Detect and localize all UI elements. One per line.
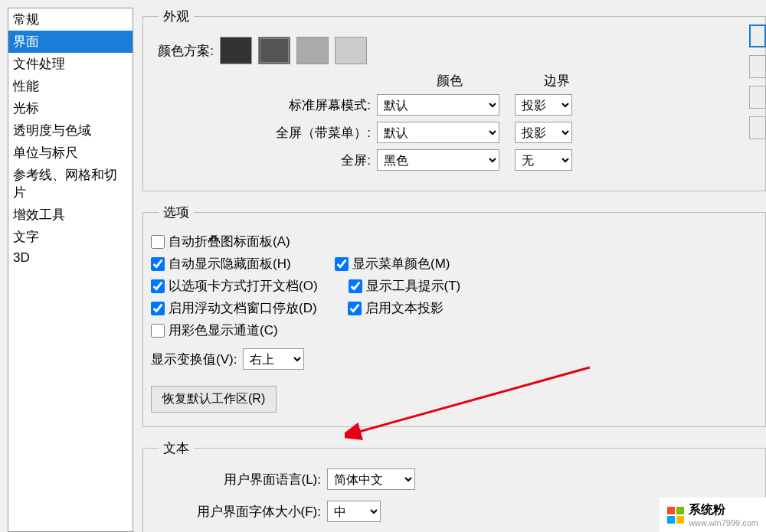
auto-show-hidden-checkbox[interactable]: 自动显示隐藏面板(H) bbox=[151, 255, 304, 273]
enable-text-shadow-checkbox[interactable]: 启用文本投影 bbox=[348, 299, 501, 317]
ui-language-label: 用户界面语言(L): bbox=[182, 471, 327, 488]
ui-font-size-label: 用户界面字体大小(F): bbox=[182, 503, 327, 521]
border-column-header: 边界 bbox=[526, 72, 588, 90]
color-swatch-lightest[interactable] bbox=[335, 37, 367, 64]
text-legend: 文本 bbox=[159, 439, 194, 457]
fullscreen-menu-border-select[interactable]: 投影 bbox=[515, 122, 572, 143]
sidebar-item-general[interactable]: 常规 bbox=[8, 8, 133, 31]
ui-font-size-select[interactable]: 中 bbox=[327, 501, 381, 522]
ui-language-select[interactable]: 简体中文 bbox=[327, 468, 415, 490]
standard-mode-border-select[interactable]: 投影 bbox=[515, 94, 572, 116]
sidebar: 常规 界面 文件处理 性能 光标 透明度与色域 单位与标尺 参考线、网格和切片 … bbox=[8, 8, 133, 532]
sidebar-item-file-handling[interactable]: 文件处理 bbox=[8, 53, 133, 75]
standard-mode-label: 标准屏幕模式: bbox=[166, 96, 377, 114]
color-column-header: 颜色 bbox=[388, 72, 511, 90]
show-tooltips-checkbox[interactable]: 显示工具提示(T) bbox=[349, 277, 502, 295]
fullscreen-label: 全屏: bbox=[166, 152, 377, 169]
color-channels-checkbox[interactable]: 用彩色显示通道(C) bbox=[151, 321, 304, 339]
sidebar-item-transparency[interactable]: 透明度与色域 bbox=[8, 119, 133, 142]
options-group: 选项 自动折叠图标面板(A) 自动显示隐藏面板(H) 显示菜单颜色(M) bbox=[142, 204, 766, 427]
enable-floating-checkbox[interactable]: 启用浮动文档窗口停放(D) bbox=[151, 299, 317, 317]
right-button-panel bbox=[749, 24, 766, 139]
content-panel: 外观 颜色方案: 颜色 边界 标准屏幕模式: 默认 投影 bbox=[133, 8, 766, 532]
dialog-button-4[interactable] bbox=[749, 116, 766, 139]
sidebar-item-type[interactable]: 文字 bbox=[8, 226, 133, 248]
dialog-button-2[interactable] bbox=[749, 55, 766, 78]
color-scheme-label: 颜色方案: bbox=[151, 42, 220, 60]
show-tooltips-input[interactable] bbox=[349, 279, 362, 293]
show-menu-colors-checkbox[interactable]: 显示菜单颜色(M) bbox=[335, 255, 488, 273]
enable-floating-input[interactable] bbox=[151, 302, 165, 315]
enable-text-shadow-input[interactable] bbox=[348, 302, 362, 315]
restore-default-button[interactable]: 恢复默认工作区(R) bbox=[151, 386, 277, 413]
auto-collapse-checkbox[interactable]: 自动折叠图标面板(A) bbox=[151, 233, 304, 250]
sidebar-item-performance[interactable]: 性能 bbox=[8, 75, 133, 97]
display-transform-label: 显示变换值(V): bbox=[151, 351, 237, 368]
watermark-logo-icon bbox=[667, 507, 684, 524]
sidebar-item-plugins[interactable]: 增效工具 bbox=[8, 204, 133, 226]
dialog-button-1[interactable] bbox=[749, 24, 766, 47]
appearance-group: 外观 颜色方案: 颜色 边界 标准屏幕模式: 默认 投影 bbox=[142, 8, 766, 191]
show-menu-colors-input[interactable] bbox=[335, 257, 349, 271]
auto-show-hidden-input[interactable] bbox=[151, 257, 165, 271]
sidebar-item-guides-grid[interactable]: 参考线、网格和切片 bbox=[8, 164, 133, 204]
sidebar-item-interface[interactable]: 界面 bbox=[8, 31, 133, 53]
standard-mode-color-select[interactable]: 默认 bbox=[377, 94, 499, 116]
color-swatch-darkest[interactable] bbox=[220, 37, 252, 64]
options-legend: 选项 bbox=[159, 204, 194, 221]
sidebar-item-3d[interactable]: 3D bbox=[8, 248, 133, 268]
sidebar-item-units-rulers[interactable]: 单位与标尺 bbox=[8, 142, 133, 164]
watermark-url: www.win7999.com bbox=[689, 518, 758, 527]
auto-collapse-input[interactable] bbox=[151, 235, 165, 249]
color-swatch-light[interactable] bbox=[296, 37, 329, 64]
fullscreen-color-select[interactable]: 黑色 bbox=[377, 149, 499, 171]
open-tabs-input[interactable] bbox=[151, 279, 165, 293]
dialog-button-3[interactable] bbox=[749, 86, 766, 109]
sidebar-item-cursors[interactable]: 光标 bbox=[8, 97, 133, 119]
appearance-legend: 外观 bbox=[159, 8, 194, 25]
fullscreen-border-select[interactable]: 无 bbox=[515, 149, 572, 171]
color-swatch-dark[interactable] bbox=[258, 37, 290, 64]
watermark: 系统粉 www.win7999.com bbox=[660, 498, 766, 532]
watermark-text: 系统粉 bbox=[689, 503, 725, 516]
fullscreen-menu-color-select[interactable]: 默认 bbox=[377, 122, 499, 143]
color-channels-input[interactable] bbox=[151, 324, 165, 338]
open-tabs-checkbox[interactable]: 以选项卡方式打开文档(O) bbox=[151, 277, 318, 295]
fullscreen-menu-label: 全屏（带菜单）: bbox=[166, 124, 377, 142]
display-transform-select[interactable]: 右上 bbox=[243, 348, 304, 370]
